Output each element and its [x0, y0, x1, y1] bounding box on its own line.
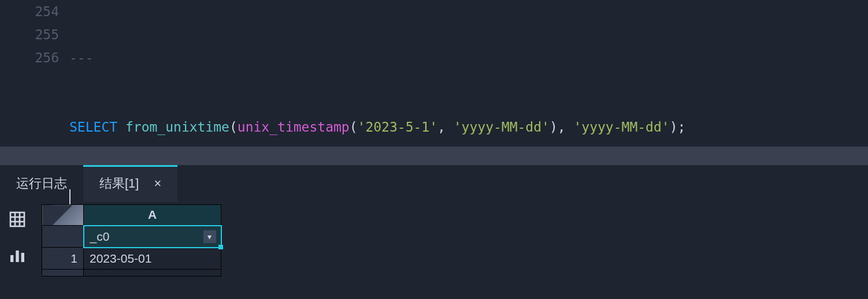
- result-grid-container: A _c0 ▾ 1 2023-05-01: [35, 202, 222, 299]
- line-number: 255: [0, 23, 59, 46]
- string-format: 'yyyy-MM-dd': [454, 119, 550, 134]
- table-row: [42, 270, 221, 276]
- chevron-down-icon[interactable]: ▾: [203, 230, 216, 243]
- comma: ,: [437, 119, 454, 134]
- code-editor[interactable]: 254 255 256 --- SELECT from_unixtime(uni…: [0, 0, 868, 147]
- result-table[interactable]: A _c0 ▾ 1 2023-05-01: [42, 204, 222, 276]
- grid-view-icon[interactable]: [6, 208, 29, 231]
- line-number: 254: [0, 0, 59, 23]
- svg-rect-5: [10, 255, 13, 262]
- paren-open: (: [350, 119, 358, 134]
- paren-close: ): [550, 119, 558, 134]
- semicolon: ;: [678, 119, 686, 134]
- svg-rect-6: [16, 251, 18, 262]
- svg-rect-7: [21, 253, 24, 262]
- tab-run-log[interactable]: 运行日志: [0, 165, 83, 202]
- svg-rect-0: [10, 212, 24, 226]
- table-corner[interactable]: [42, 205, 84, 226]
- results-side-toolbar: [0, 202, 35, 299]
- close-icon[interactable]: ×: [154, 176, 161, 191]
- field-name-cell[interactable]: _c0 ▾: [84, 226, 221, 248]
- field-name-text: _c0: [90, 230, 110, 243]
- string-format: 'yyyy-MM-dd': [573, 119, 669, 134]
- keyword-select: SELECT: [69, 119, 117, 134]
- string-date: '2023-5-1': [358, 119, 437, 134]
- chart-view-icon[interactable]: [6, 244, 29, 267]
- code-line-255[interactable]: SELECT from_unixtime(unix_timestamp('202…: [69, 115, 868, 139]
- tab-results[interactable]: 结果[1] ×: [83, 165, 177, 202]
- paren-close: ): [670, 119, 678, 134]
- row-number[interactable]: 1: [42, 248, 84, 270]
- field-row-header[interactable]: [42, 226, 84, 248]
- tab-label: 结果[1]: [99, 175, 139, 192]
- line-number: 256: [0, 46, 59, 69]
- code-line-254[interactable]: ---: [69, 46, 868, 69]
- column-header[interactable]: A: [84, 205, 221, 226]
- fn-from-unixtime: from_unixtime: [125, 119, 229, 134]
- tab-label: 运行日志: [16, 175, 67, 192]
- data-cell[interactable]: 2023-05-01: [84, 248, 221, 270]
- code-area[interactable]: --- SELECT from_unixtime(unix_timestamp(…: [69, 0, 868, 147]
- paren-open: (: [229, 119, 238, 134]
- comment-text: ---: [69, 50, 94, 65]
- line-number-gutter: 254 255 256: [0, 0, 69, 147]
- comma: ,: [558, 119, 574, 134]
- fn-unix-timestamp: unix_timestamp: [238, 119, 350, 134]
